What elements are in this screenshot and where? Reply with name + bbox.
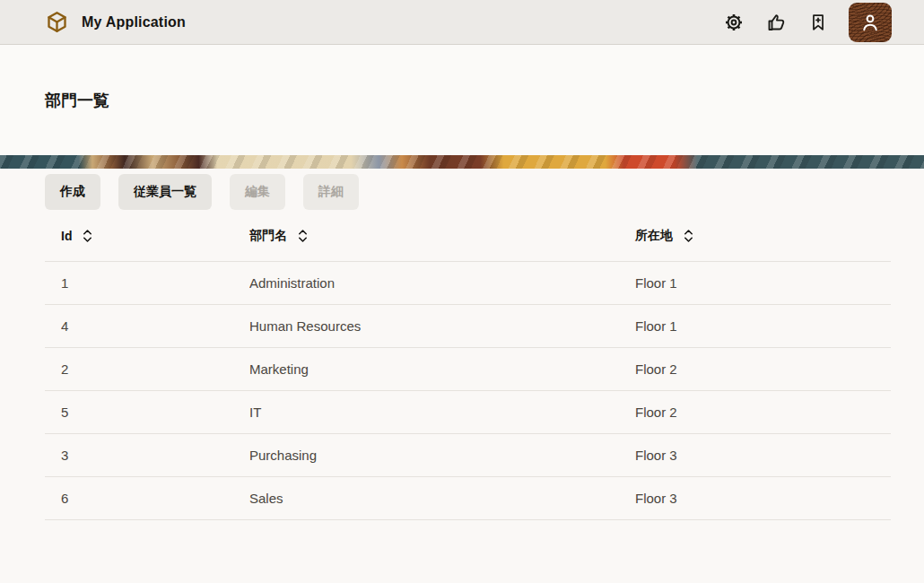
bookmark-add-button[interactable]: [806, 11, 830, 34]
page-title-band: 部門一覧: [0, 45, 924, 155]
sort-icon[interactable]: [297, 229, 309, 243]
cell-name: Human Resources: [249, 318, 635, 334]
column-label: 所在地: [635, 228, 673, 244]
cell-name: IT: [249, 405, 635, 420]
toolbar-button-employee-list[interactable]: 従業員一覧: [118, 174, 212, 210]
cell-name: Purchasing: [249, 448, 635, 463]
gear-icon: [723, 12, 745, 33]
table-body: 1 Administration Floor 1 4 Human Resourc…: [45, 261, 891, 520]
app-title: My Application: [82, 14, 186, 30]
cell-name: Marketing: [249, 361, 635, 377]
cell-location: Floor 2: [635, 361, 891, 377]
cell-location: Floor 3: [635, 448, 891, 463]
topbar-actions: [722, 3, 892, 42]
table-row[interactable]: 6 Sales Floor 3: [45, 476, 891, 519]
brand: My Application: [45, 10, 186, 34]
sort-icon[interactable]: [82, 229, 93, 243]
cell-name: Administration: [249, 275, 635, 291]
cell-id: 4: [61, 318, 249, 334]
user-avatar-button[interactable]: [849, 3, 892, 42]
column-header-location[interactable]: 所在地: [635, 228, 891, 244]
toolbar: 作成従業員一覧編集詳細: [45, 174, 891, 210]
column-label: Id: [61, 229, 72, 243]
table-header-row: Id 部門名 所在地: [45, 210, 891, 261]
column-label: 部門名: [249, 228, 287, 244]
table-row[interactable]: 5 IT Floor 2: [45, 390, 891, 433]
cell-id: 1: [61, 275, 249, 291]
column-header-id[interactable]: Id: [61, 229, 249, 243]
table-row[interactable]: 4 Human Resources Floor 1: [45, 304, 891, 347]
page-title: 部門一覧: [45, 90, 109, 111]
app-window: My Application: [0, 0, 924, 583]
table-row[interactable]: 3 Purchasing Floor 3: [45, 433, 891, 476]
bookmark-add-icon: [808, 12, 828, 33]
table-row[interactable]: 2 Marketing Floor 2: [45, 347, 891, 390]
sort-icon[interactable]: [683, 229, 694, 243]
departments-table: Id 部門名 所在地: [45, 210, 891, 520]
cell-location: Floor 1: [635, 318, 891, 334]
cell-id: 6: [61, 491, 249, 506]
cell-location: Floor 3: [635, 491, 891, 506]
cube-logo-icon: [45, 10, 69, 34]
cell-id: 3: [61, 448, 249, 463]
cell-id: 2: [61, 361, 249, 377]
table-row[interactable]: 1 Administration Floor 1: [45, 261, 891, 304]
toolbar-button-details: 詳細: [303, 174, 359, 210]
feedback-button[interactable]: [764, 11, 788, 34]
main-content: 作成従業員一覧編集詳細 Id 部門名: [0, 169, 924, 520]
column-header-name[interactable]: 部門名: [249, 228, 635, 244]
cell-location: Floor 2: [635, 405, 891, 420]
decorative-textile-banner: [0, 155, 924, 169]
cell-id: 5: [61, 405, 249, 420]
person-avatar-icon: [859, 11, 882, 34]
cell-name: Sales: [249, 491, 635, 506]
toolbar-button-create[interactable]: 作成: [45, 174, 100, 210]
cell-location: Floor 1: [635, 275, 891, 291]
toolbar-button-edit: 編集: [230, 174, 285, 210]
settings-button[interactable]: [722, 11, 745, 34]
thumbs-up-icon: [765, 12, 787, 33]
app-header: My Application: [0, 0, 924, 45]
